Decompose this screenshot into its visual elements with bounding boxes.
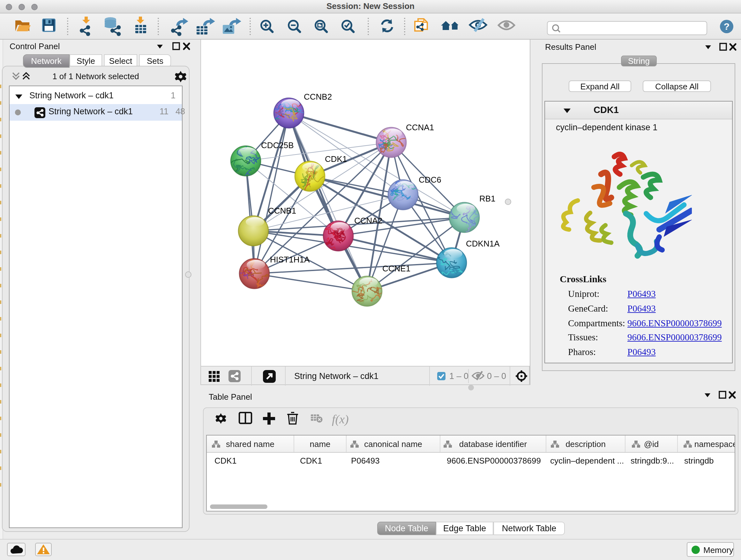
- svg-text:CCNE1: CCNE1: [382, 264, 410, 273]
- svg-text:CDK1: CDK1: [325, 154, 347, 164]
- svg-text:CCNB1: CCNB1: [268, 206, 296, 215]
- svg-text:CDC25B: CDC25B: [261, 140, 294, 150]
- svg-text:1 – 0: 1 – 0: [449, 371, 468, 381]
- svg-text:f(x): f(x): [332, 413, 349, 426]
- svg-text:String Network – cdk1: String Network – cdk1: [294, 371, 379, 381]
- svg-text:?: ?: [724, 21, 730, 32]
- svg-text:CCNB2: CCNB2: [304, 92, 332, 102]
- svg-text:0 – 0: 0 – 0: [487, 371, 506, 381]
- svg-text:CDC6: CDC6: [419, 175, 441, 185]
- svg-text:CCNA2: CCNA2: [354, 216, 382, 226]
- svg-text:CDKN1A: CDKN1A: [466, 239, 500, 248]
- svg-text:RB1: RB1: [479, 194, 495, 203]
- svg-text:HIST1H1A: HIST1H1A: [270, 255, 310, 264]
- svg-text:CCNA1: CCNA1: [406, 123, 434, 132]
